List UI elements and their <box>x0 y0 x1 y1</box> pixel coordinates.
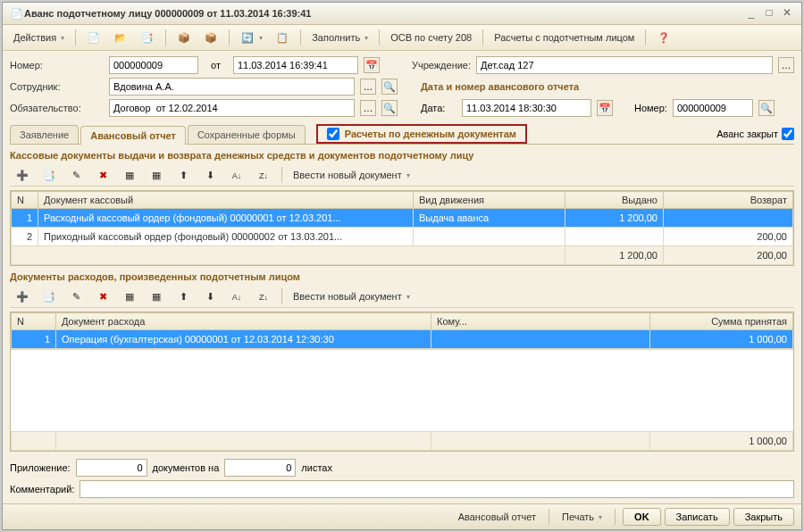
attach-sheets-label: листах <box>301 462 332 473</box>
fill-menu[interactable]: Заполнить <box>306 30 373 45</box>
footer-print-menu[interactable]: Печать <box>557 510 607 524</box>
tabs-bar: Заявление Авансовый отчет Сохраненные фо… <box>10 124 794 145</box>
s2-col-who[interactable]: Кому... <box>431 313 650 330</box>
tb-reload-icon[interactable] <box>235 29 268 46</box>
obligation-input[interactable] <box>109 99 355 117</box>
s1-grid2-icon[interactable] <box>144 166 169 184</box>
footer-report-button[interactable]: Авансовый отчет <box>453 510 541 524</box>
minimize-button[interactable]: _ <box>744 6 758 21</box>
s2-edit-icon[interactable] <box>63 287 88 305</box>
section2-toolbar: Ввести новый документ <box>10 286 794 308</box>
s1-sort2-icon[interactable] <box>251 166 276 184</box>
s1-sort1-icon[interactable] <box>224 166 249 184</box>
section2-title: Документы расходов, произведенных подотч… <box>10 271 794 282</box>
s2-grid2-icon[interactable] <box>144 287 169 305</box>
close-button[interactable]: Закрыть <box>733 508 794 526</box>
s2-grid1-icon[interactable] <box>117 287 142 305</box>
content-area: Номер: от Учреждение: Сотрудник: Дата и … <box>3 51 801 503</box>
cash-docs-highlight: Расчеты по денежным документам <box>316 124 527 144</box>
titlebar: Аванс подотчетному лицу 000000009 от 11.… <box>3 3 801 25</box>
settle-button[interactable]: Расчеты с подотчетным лицом <box>489 30 640 45</box>
osb-button[interactable]: ОСВ по счету 208 <box>385 30 477 45</box>
attach-docs-input[interactable] <box>76 459 147 477</box>
s1-copy-icon[interactable] <box>37 166 62 184</box>
rnum-input[interactable] <box>673 99 753 117</box>
tb-box1-icon[interactable] <box>172 29 197 46</box>
s2-down-icon[interactable] <box>197 287 222 305</box>
actions-menu[interactable]: Действия <box>8 30 70 45</box>
obligation-search-icon[interactable] <box>381 100 398 116</box>
section1-toolbar: Ввести новый документ <box>10 164 794 187</box>
number-input[interactable] <box>109 56 198 74</box>
s2-delete-icon[interactable] <box>90 287 115 305</box>
help-icon[interactable] <box>651 29 676 46</box>
comment-input[interactable] <box>80 480 794 498</box>
rdate-label: Дата: <box>421 103 456 113</box>
s1-col-n[interactable]: N <box>12 192 38 209</box>
s2-col-sum[interactable]: Сумма принятая <box>650 313 793 330</box>
tb-open-icon[interactable] <box>108 29 133 46</box>
s1-add-icon[interactable] <box>10 166 35 184</box>
tab-advance-report[interactable]: Авансовый отчет <box>80 126 186 145</box>
employee-lookup-icon[interactable] <box>360 79 376 95</box>
s1-delete-icon[interactable] <box>90 166 115 184</box>
main-window: Аванс подотчетному лицу 000000009 от 11.… <box>2 2 802 530</box>
attach-docs-label: документов на <box>153 462 220 473</box>
app-icon <box>10 6 24 21</box>
tb-copy-icon[interactable] <box>135 29 160 46</box>
rdate-picker-icon[interactable] <box>597 100 613 116</box>
maximize-button[interactable]: □ <box>762 6 776 21</box>
tab-request[interactable]: Заявление <box>10 125 79 144</box>
s1-down-icon[interactable] <box>197 166 222 184</box>
s1-up-icon[interactable] <box>171 166 196 184</box>
date-input[interactable] <box>233 56 358 74</box>
attach-sheets-input[interactable] <box>224 459 296 477</box>
s1-col-out[interactable]: Выдано <box>565 192 664 209</box>
closed-checkbox[interactable] <box>782 128 794 140</box>
employee-search-icon[interactable] <box>381 79 398 95</box>
org-input[interactable] <box>476 56 773 74</box>
s2-up-icon[interactable] <box>171 287 196 305</box>
rnum-search-icon[interactable] <box>758 100 775 116</box>
s1-grid1-icon[interactable] <box>117 166 142 184</box>
cash-docs-label: Расчеты по денежным документам <box>345 129 516 139</box>
from-label: от <box>211 60 221 71</box>
s2-sort1-icon[interactable] <box>224 287 249 305</box>
obligation-lookup-icon[interactable] <box>360 100 376 116</box>
s1-totals-row: 1 200,00200,00 <box>12 246 793 265</box>
obligation-label: Обязательство: <box>10 103 104 113</box>
s2-sort2-icon[interactable] <box>251 287 276 305</box>
s2-col-n[interactable]: N <box>12 313 56 330</box>
cash-docs-checkbox[interactable] <box>327 128 339 140</box>
s1-newdoc-menu[interactable]: Ввести новый документ <box>288 168 415 182</box>
s2-add-icon[interactable] <box>10 287 35 305</box>
closed-label: Аванс закрыт <box>716 129 778 139</box>
rdate-input[interactable] <box>462 99 591 117</box>
table-row[interactable]: 2Приходный кассовый ордер (фондовый) 000… <box>12 228 793 246</box>
s2-totals-row: 1 000,00 <box>12 432 793 451</box>
org-lookup-icon[interactable] <box>778 57 794 73</box>
save-button[interactable]: Записать <box>665 508 730 526</box>
date-picker-icon[interactable] <box>364 57 380 73</box>
s2-col-doc[interactable]: Документ расхода <box>56 313 431 330</box>
s1-col-ret[interactable]: Возврат <box>664 192 793 209</box>
section2-grid[interactable]: N Документ расхода Кому... Сумма принята… <box>10 312 794 452</box>
attach-label: Приложение: <box>10 462 71 473</box>
s1-col-move[interactable]: Вид движения <box>414 192 565 209</box>
employee-input[interactable] <box>109 78 355 96</box>
ok-button[interactable]: OK <box>623 508 661 526</box>
close-window-button[interactable]: ✕ <box>780 6 794 21</box>
s2-newdoc-menu[interactable]: Ввести новый документ <box>288 289 415 303</box>
tab-saved-forms[interactable]: Сохраненные формы <box>188 125 306 144</box>
section1-grid[interactable]: N Документ кассовый Вид движения Выдано … <box>10 190 794 266</box>
s1-col-doc[interactable]: Документ кассовый <box>38 192 414 209</box>
s1-edit-icon[interactable] <box>63 166 88 184</box>
tb-new-icon[interactable] <box>81 29 106 46</box>
table-row[interactable]: 1Операция (бухгалтерская) 00000001 от 12… <box>12 330 793 349</box>
section1-title: Кассовые документы выдачи и возврата ден… <box>10 150 794 161</box>
table-row[interactable]: 1Расходный кассовый ордер (фондовый) 000… <box>12 209 793 228</box>
rnum-label: Номер: <box>634 103 667 113</box>
tb-list-icon[interactable] <box>270 29 295 46</box>
s2-copy-icon[interactable] <box>37 287 62 305</box>
tb-box2-icon[interactable] <box>198 29 223 46</box>
